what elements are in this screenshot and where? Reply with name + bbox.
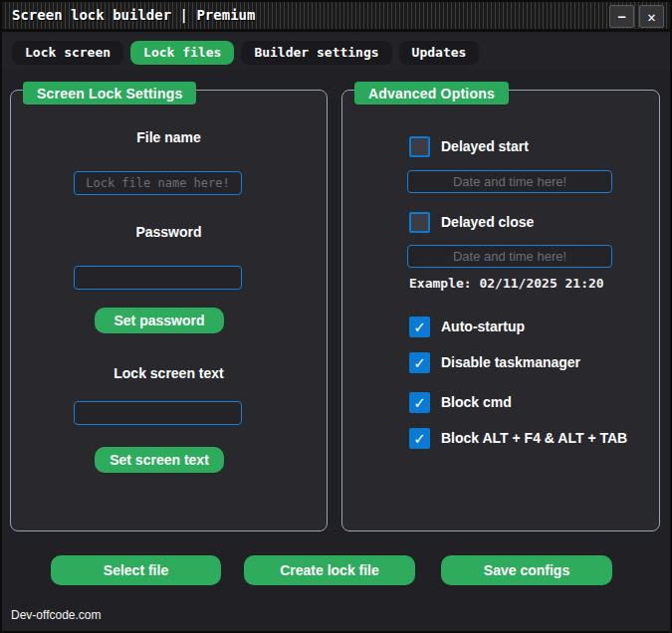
checkmark-icon: ✓	[413, 395, 426, 410]
screen-lock-settings-panel: Screen Lock Settings File name Password …	[10, 90, 328, 531]
password-label: Password	[11, 224, 327, 240]
tab-lock-screen[interactable]: Lock screen	[12, 41, 123, 65]
tab-updates[interactable]: Updates	[399, 41, 480, 65]
tab-builder-settings[interactable]: Builder settings	[241, 41, 391, 65]
delayed-start-checkbox[interactable]: ✓	[409, 136, 430, 157]
advanced-options-panel: Advanced Options ✓ Delayed start ✓ Delay…	[341, 90, 660, 531]
block-alt-label: Block ALT + F4 & ALT + TAB	[441, 428, 627, 446]
auto-startup-checkbox[interactable]: ✓	[409, 316, 430, 337]
delayed-close-checkbox-row[interactable]: ✓ Delayed close	[409, 212, 534, 233]
checkmark-icon: ✓	[413, 319, 426, 334]
delayed-close-datetime-input[interactable]	[407, 245, 612, 268]
delayed-start-label: Delayed start	[441, 136, 529, 154]
lock-screen-text-input[interactable]	[74, 401, 242, 425]
screen-lock-settings-header: Screen Lock Settings	[23, 82, 196, 105]
create-lock-file-button[interactable]: Create lock file	[244, 555, 415, 585]
disable-taskmanager-label: Disable taskmanager	[441, 352, 580, 370]
select-file-button[interactable]: Select file	[51, 555, 221, 585]
delayed-start-checkbox-row[interactable]: ✓ Delayed start	[409, 136, 529, 157]
lock-screen-text-label: Lock screen text	[11, 365, 327, 381]
file-name-label: File name	[11, 129, 327, 145]
set-password-button[interactable]: Set password	[95, 308, 224, 333]
block-alt-checkbox-row[interactable]: ✓ Block ALT + F4 & ALT + TAB	[409, 428, 627, 449]
close-button[interactable]: ✕	[639, 5, 664, 28]
file-name-input[interactable]	[74, 171, 242, 195]
block-cmd-label: Block cmd	[441, 392, 512, 410]
auto-startup-checkbox-row[interactable]: ✓ Auto-startup	[409, 316, 525, 337]
password-input[interactable]	[74, 266, 242, 290]
save-configs-button[interactable]: Save configs	[441, 555, 612, 585]
disable-taskmanager-checkbox[interactable]: ✓	[409, 352, 430, 373]
title-bar[interactable]: Screen lock builder | Premium – ✕	[2, 2, 670, 32]
credit-text: Dev-offcode.com	[11, 608, 102, 622]
block-alt-checkbox[interactable]: ✓	[409, 428, 430, 449]
minimize-icon: –	[618, 10, 625, 24]
app-window: Screen lock builder | Premium – ✕ Lock s…	[0, 0, 672, 633]
delayed-start-datetime-input[interactable]	[407, 170, 612, 193]
block-cmd-checkbox-row[interactable]: ✓ Block cmd	[409, 392, 512, 413]
auto-startup-label: Auto-startup	[441, 316, 525, 334]
tab-bar: Lock screen Lock files Builder settings …	[2, 35, 670, 70]
advanced-options-header: Advanced Options	[354, 82, 509, 105]
delayed-close-checkbox[interactable]: ✓	[409, 212, 430, 233]
block-cmd-checkbox[interactable]: ✓	[409, 392, 430, 413]
datetime-example-text: Example: 02/11/2025 21:20	[409, 276, 604, 291]
tab-lock-files[interactable]: Lock files	[130, 41, 234, 65]
disable-taskmanager-checkbox-row[interactable]: ✓ Disable taskmanager	[409, 352, 580, 373]
delayed-close-label: Delayed close	[441, 212, 534, 230]
minimize-button[interactable]: –	[609, 5, 634, 28]
close-icon: ✕	[647, 9, 655, 25]
window-title: Screen lock builder | Premium	[12, 7, 255, 23]
checkmark-icon: ✓	[413, 355, 426, 370]
checkmark-icon: ✓	[413, 431, 426, 446]
set-screen-text-button[interactable]: Set screen text	[95, 447, 224, 473]
